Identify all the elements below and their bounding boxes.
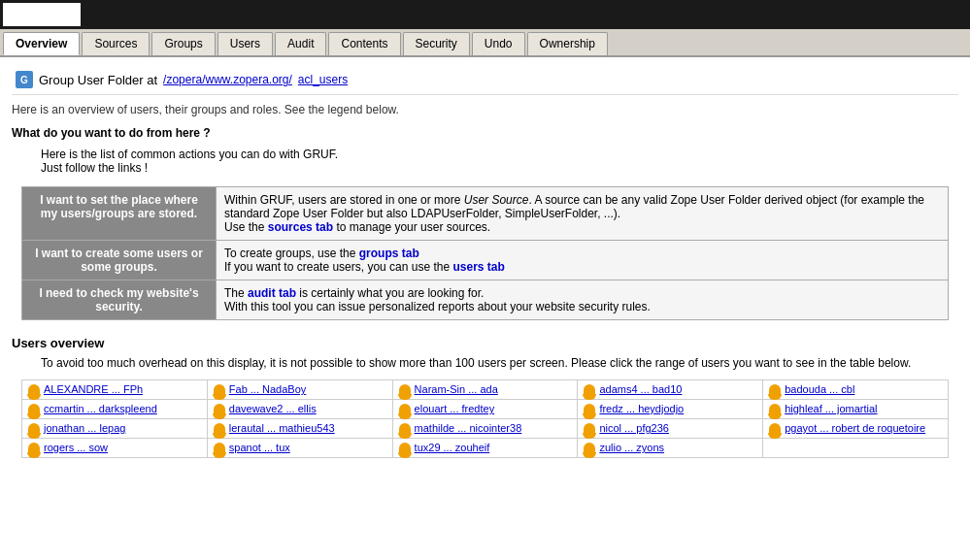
user-cell[interactable]: adams4 ... bad10 — [578, 380, 763, 400]
overview-question: What do you want to do from here ? — [12, 126, 958, 140]
user-icon — [214, 404, 225, 415]
user-cell[interactable]: ALEXANDRE ... FPh — [22, 380, 208, 400]
user-icon — [28, 423, 40, 435]
breadcrumb-prefix: Group User Folder at — [39, 73, 157, 87]
user-icon — [769, 423, 781, 435]
user-row: jonathan ... lepaglerautal ... mathieu54… — [22, 419, 949, 439]
info-label-sources: I want to set the place where my users/g… — [22, 187, 217, 241]
user-icon — [399, 404, 411, 415]
user-link[interactable]: ALEXANDRE ... FPh — [44, 383, 143, 395]
user-icon — [399, 384, 411, 396]
user-link[interactable]: fredz ... heydjodjo — [599, 403, 684, 414]
user-link[interactable]: Naram-Sin ... ada — [415, 383, 498, 395]
user-cell[interactable]: jonathan ... lepag — [22, 419, 208, 439]
audit-tab-link[interactable]: audit tab — [248, 286, 296, 300]
info-label-security: I need to check my website's security. — [22, 280, 217, 320]
main-content: G Group User Folder at /zopera/www.zoper… — [0, 57, 970, 466]
info-desc-create: To create groups, use the groups tab If … — [217, 241, 949, 280]
breadcrumb-path[interactable]: /zopera/www.zopera.org/ — [163, 73, 292, 86]
user-link[interactable]: highleaf ... jomartial — [785, 403, 877, 414]
user-link[interactable]: Fab ... NadaBoy — [229, 383, 307, 395]
sources-tab-link[interactable]: sources tab — [268, 220, 333, 234]
user-link[interactable]: nicol ... pfg236 — [599, 422, 669, 434]
info-row-sources: I want to set the place where my users/g… — [22, 187, 949, 241]
user-cell[interactable]: lerautal ... mathieu543 — [207, 419, 392, 439]
user-cell[interactable]: rogers ... sow — [22, 439, 208, 458]
tab-ownership[interactable]: Ownership — [527, 32, 608, 55]
user-cell[interactable]: mathilde ... nicointer38 — [392, 419, 578, 439]
user-cell[interactable]: highleaf ... jomartial — [763, 400, 949, 419]
tab-sources[interactable]: Sources — [82, 32, 150, 55]
user-cell[interactable]: davewave2 ... ellis — [207, 400, 392, 419]
info-row-security: I need to check my website's security. T… — [22, 280, 949, 320]
user-cell[interactable]: Naram-Sin ... ada — [392, 380, 578, 400]
user-cell — [763, 439, 949, 458]
gruf-intro: Here is the list of common actions you c… — [41, 148, 958, 175]
groups-tab-link[interactable]: groups tab — [359, 247, 419, 260]
user-link[interactable]: spanot ... tux — [229, 442, 290, 453]
user-cell[interactable]: Fab ... NadaBoy — [207, 380, 392, 400]
user-link[interactable]: zulio ... zyons — [599, 442, 664, 453]
user-link[interactable]: jonathan ... lepag — [44, 422, 125, 434]
user-cell[interactable]: ccmartin ... darkspleend — [22, 400, 208, 419]
user-icon — [214, 423, 225, 435]
gruf-intro-line2: Just follow the links ! — [41, 161, 958, 175]
user-cell[interactable]: pgayot ... robert de roquetoire — [763, 419, 949, 439]
info-label-create: I want to create some users or some grou… — [22, 241, 217, 280]
user-cell[interactable]: zulio ... zyons — [578, 439, 763, 458]
user-link[interactable]: davewave2 ... ellis — [229, 403, 317, 414]
users-overflow-note: To avoid too much overhead on this displ… — [41, 356, 949, 370]
group-folder-icon: G — [16, 71, 33, 88]
info-desc-sources: Within GRUF, users are stored in one or … — [217, 187, 949, 241]
user-row: rogers ... sowspanot ... tuxtux29 ... zo… — [22, 439, 949, 458]
user-cell[interactable]: fredz ... heydjodjo — [578, 400, 763, 419]
user-link[interactable]: badouda ... cbl — [785, 383, 854, 395]
user-cell[interactable]: spanot ... tux — [207, 439, 392, 458]
user-icon — [584, 384, 595, 396]
user-icon — [769, 404, 781, 415]
tab-security[interactable]: Security — [403, 32, 470, 55]
user-row: ALEXANDRE ... FPhFab ... NadaBoyNaram-Si… — [22, 380, 949, 400]
breadcrumb: G Group User Folder at /zopera/www.zoper… — [12, 65, 958, 95]
user-cell[interactable]: badouda ... cbl — [763, 380, 949, 400]
info-row-create: I want to create some users or some grou… — [22, 241, 949, 280]
user-icon — [28, 384, 40, 396]
user-link[interactable]: ccmartin ... darkspleend — [44, 403, 157, 414]
user-link[interactable]: rogers ... sow — [44, 442, 108, 453]
info-table: I want to set the place where my users/g… — [21, 186, 949, 320]
user-link[interactable]: elouart ... fredtey — [415, 403, 495, 414]
user-icon — [28, 443, 40, 454]
user-link[interactable]: lerautal ... mathieu543 — [229, 422, 335, 434]
user-row: ccmartin ... darkspleenddavewave2 ... el… — [22, 400, 949, 419]
gruf-intro-line1: Here is the list of common actions you c… — [41, 148, 958, 161]
users-overview-heading: Users overview — [12, 336, 958, 350]
user-icon — [214, 384, 225, 396]
user-icon — [28, 404, 40, 415]
tab-contents[interactable]: Contents — [328, 32, 400, 55]
user-icon — [769, 384, 781, 396]
user-cell[interactable]: nicol ... pfg236 — [578, 419, 763, 439]
user-icon — [584, 404, 595, 415]
top-bar — [0, 0, 970, 29]
user-cell[interactable]: elouart ... fredtey — [392, 400, 578, 419]
user-link[interactable]: adams4 ... bad10 — [599, 383, 682, 395]
user-link[interactable]: mathilde ... nicointer38 — [415, 422, 522, 434]
user-cell[interactable]: tux29 ... zouheif — [392, 439, 578, 458]
user-icon — [214, 443, 225, 454]
tab-users[interactable]: Users — [217, 32, 273, 55]
users-tab-link[interactable]: users tab — [452, 260, 504, 274]
user-link[interactable]: tux29 ... zouheif — [415, 442, 490, 453]
logo — [3, 3, 81, 26]
tab-overview[interactable]: Overview — [3, 32, 80, 55]
tab-bar: OverviewSourcesGroupsUsersAuditContentsS… — [0, 29, 970, 57]
tab-audit[interactable]: Audit — [275, 32, 326, 55]
user-icon — [584, 423, 595, 435]
overview-description: Here is an overview of users, their grou… — [12, 103, 958, 116]
user-icon — [399, 443, 411, 454]
user-link[interactable]: pgayot ... robert de roquetoire — [785, 422, 925, 434]
user-icon — [584, 443, 595, 454]
tab-groups[interactable]: Groups — [151, 32, 215, 55]
breadcrumb-name[interactable]: acl_users — [298, 73, 348, 86]
tab-undo[interactable]: Undo — [472, 32, 525, 55]
user-grid: ALEXANDRE ... FPhFab ... NadaBoyNaram-Si… — [21, 379, 949, 458]
